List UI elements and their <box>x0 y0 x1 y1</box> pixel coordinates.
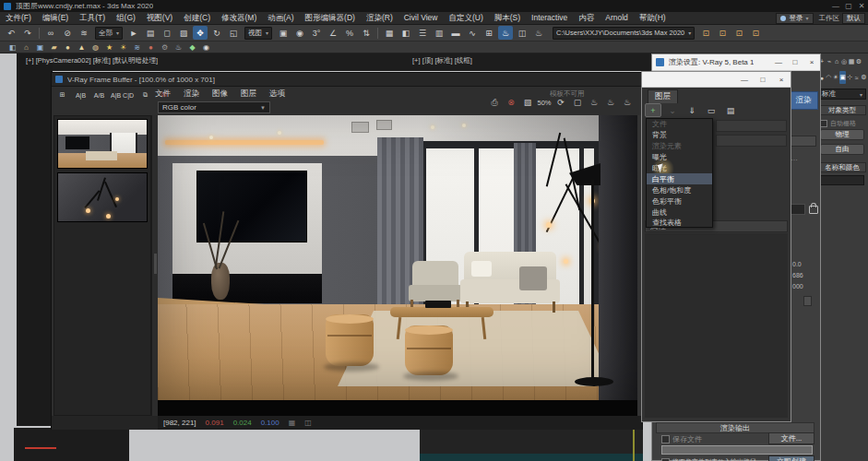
systems-category-icon[interactable]: ⚙ <box>861 71 868 84</box>
vfb-menu-4[interactable]: 选项 <box>269 89 285 100</box>
autogrid-checkbox[interactable] <box>820 120 827 127</box>
sign-in-dropdown[interactable]: 登录 ▾ <box>776 13 813 24</box>
select-and-rotate-icon[interactable]: ↻ <box>209 26 224 40</box>
zoom-level-button[interactable]: 50% <box>537 95 552 110</box>
camera-viewport-label[interactable]: [+] [PhysCamera002] [标准] [默认明暗处理] <box>26 56 158 65</box>
menu-item-1[interactable]: 编辑(E) <box>37 13 74 24</box>
copy-to-host-icon[interactable]: ⧉ <box>137 89 153 101</box>
output-path-field[interactable] <box>661 445 813 455</box>
menu-item-7[interactable]: 动画(A) <box>262 13 299 24</box>
project-folder-icon-2[interactable]: ⊡ <box>715 26 730 40</box>
compare-vertical-icon[interactable]: A/B <box>91 89 107 101</box>
helpers-category-icon[interactable]: ⊹ <box>846 71 853 84</box>
systems-icon[interactable]: ⚙ <box>159 42 171 53</box>
create-plane-icon[interactable]: ▰ <box>48 42 60 53</box>
select-and-scale-icon[interactable]: ◱ <box>226 26 241 40</box>
named-selection-sets-icon[interactable]: ▦ <box>382 26 397 40</box>
unlink-selection-icon[interactable]: ⊘ <box>60 26 75 40</box>
physical-camera-button[interactable]: 物理 <box>820 129 864 140</box>
select-object-icon[interactable]: ► <box>126 26 141 40</box>
vfb-menu-2[interactable]: 图像 <box>212 89 228 100</box>
shapes-category-icon[interactable]: ◠ <box>826 71 833 84</box>
bottom-left-viewport[interactable] <box>14 428 129 461</box>
cameras-category-icon[interactable]: ▣ <box>839 71 847 84</box>
modify-tab-icon[interactable]: ⌁ <box>826 55 833 67</box>
angle-snap-icon[interactable]: ∠ <box>326 26 340 40</box>
spinner-buttons[interactable] <box>803 296 812 306</box>
menu-item-5[interactable]: 创建(C) <box>178 13 216 24</box>
selection-filter-dropdown[interactable]: 全部▾ <box>95 27 123 40</box>
layer-menu-item-3[interactable]: 曝光 <box>647 152 712 163</box>
workspace-dropdown[interactable]: 默认 <box>842 13 865 24</box>
menu-item-3[interactable]: 组(G) <box>111 13 141 24</box>
project-path-dropdown[interactable]: C:\Users\XXJY\Documents\3ds Max 2020▾ <box>553 27 695 40</box>
home-grid-icon[interactable]: ⌂ <box>20 42 32 53</box>
menu-item-9[interactable]: 渲染(R) <box>361 13 398 24</box>
spacewarp-icon[interactable]: ≋ <box>131 42 143 53</box>
undo-icon[interactable]: ↶ <box>4 26 18 40</box>
motion-tab-icon[interactable]: ◎ <box>840 55 848 67</box>
history-thumbnail-1[interactable] <box>57 119 148 169</box>
teapot-icon[interactable]: ♨ <box>172 42 184 53</box>
redo-icon[interactable]: ↷ <box>20 26 35 40</box>
render-setup-title-bar[interactable]: 渲染设置: V-Ray 5, Beta 1 — □ × <box>652 54 820 71</box>
free-camera-button[interactable]: 自由 <box>820 144 864 155</box>
project-folder-icon-1[interactable]: ⊡ <box>698 26 713 40</box>
close-button[interactable]: × <box>803 58 820 66</box>
layer-menu-item-9[interactable]: 查找表格 <box>647 218 712 229</box>
rectangular-region-icon[interactable]: ◻ <box>160 26 174 40</box>
maximize-button[interactable]: □ <box>754 76 772 84</box>
save-history-icon[interactable]: ⊞ <box>54 89 70 101</box>
utilities-tab-icon[interactable]: ⚙ <box>855 55 862 67</box>
render-button[interactable]: 渲染 <box>789 91 818 110</box>
vfb-title-bar[interactable]: V-Ray Frame Buffer - [100.0% of 1000 x 7… <box>52 73 642 87</box>
menu-item-16[interactable]: 帮助(H) <box>634 13 672 24</box>
layer-menu-item-8[interactable]: 曲线 <box>647 207 712 218</box>
spinner-snap-icon[interactable]: ⇅ <box>359 26 374 40</box>
ellipsis-button[interactable]: … <box>791 154 798 162</box>
render-production-icon[interactable]: ♨ <box>531 26 546 40</box>
minimize-button[interactable]: — <box>735 76 754 84</box>
folder-icon[interactable]: ▭ <box>703 103 719 117</box>
select-by-name-icon[interactable]: ▤ <box>143 26 158 40</box>
menu-item-14[interactable]: 内容 <box>573 13 600 24</box>
layer-menu-item-0[interactable]: 文件 <box>647 119 712 130</box>
object-name-field[interactable] <box>820 175 864 185</box>
file-document-icon[interactable]: ▤ <box>722 103 739 117</box>
render-icon[interactable]: ♨ <box>603 95 618 110</box>
object-type-rollout[interactable]: 对象类型 <box>818 105 866 115</box>
layer-menu-item-6[interactable]: 色相/饱和度 <box>647 184 712 195</box>
snap-toggle-icon[interactable]: 3° <box>309 26 324 40</box>
percent-snap-icon[interactable]: % <box>342 26 357 40</box>
name-color-rollout[interactable]: 名称和颜色 <box>818 162 866 172</box>
save-image-icon[interactable]: ⎙ <box>487 95 502 110</box>
app-minimize-button[interactable]: — <box>829 2 842 10</box>
project-folder-icon-4[interactable]: ⊡ <box>748 26 763 40</box>
clear-image-icon[interactable]: ▢ <box>570 95 585 110</box>
app-maximize-button[interactable]: ▢ <box>842 2 855 10</box>
snaps-icon[interactable]: ◧ <box>6 42 18 53</box>
camera-viewport-edge[interactable] <box>17 53 53 426</box>
layer-menu-item-1[interactable]: 背景 <box>647 130 712 141</box>
rendered-image-area[interactable] <box>158 115 637 416</box>
rendered-frame-window-icon[interactable]: ◫ <box>515 26 529 40</box>
compare-horizontal-icon[interactable]: A|B <box>73 89 89 101</box>
window-crossing-icon[interactable]: ▨ <box>176 26 191 40</box>
create-torus-icon[interactable]: ◍ <box>89 42 101 53</box>
files-button[interactable]: 文件... <box>768 432 814 444</box>
minimize-button[interactable]: — <box>770 58 787 66</box>
compare-quad-icon[interactable]: A|B C|D <box>110 89 135 101</box>
region-render-icon[interactable]: ▧ <box>520 95 535 110</box>
renderer-tab-fragment[interactable] <box>791 136 816 147</box>
create-sphere-icon[interactable]: ● <box>62 42 74 53</box>
display-tab-icon[interactable]: ▦ <box>848 55 855 67</box>
layer-menu-item-2[interactable]: 渲染元素 <box>647 141 712 152</box>
layers-panel-title-bar[interactable]: — □ × <box>642 72 791 88</box>
channel-dropdown[interactable]: RGB color ▼ <box>158 101 270 113</box>
vfb-menu-1[interactable]: 渲染 <box>184 89 199 100</box>
menu-item-2[interactable]: 工具(T) <box>74 13 111 24</box>
layer-menu-item-4[interactable]: 眩光 <box>647 163 712 174</box>
standard-dropdown[interactable]: 标准 ▾ <box>818 89 866 100</box>
top-viewport-label[interactable]: [+] [顶] [标准] [线框] <box>412 56 472 65</box>
project-folder-icon-3[interactable]: ⊡ <box>731 26 746 40</box>
